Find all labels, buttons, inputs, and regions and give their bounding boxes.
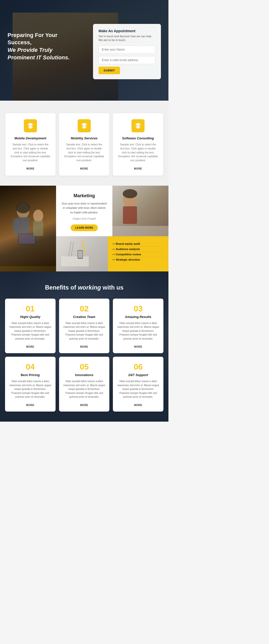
people-svg bbox=[6, 191, 51, 261]
hero-text-block: Preparing For Your Success, We Provide T… bbox=[8, 24, 70, 62]
benefit-number-02: 02 bbox=[63, 304, 106, 313]
layers-svg-icon3 bbox=[134, 122, 142, 129]
desk-svg bbox=[56, 236, 94, 271]
benefit-more-06[interactable]: MORE bbox=[134, 404, 142, 407]
benefit-number-06: 06 bbox=[117, 362, 159, 372]
layers-svg-icon2 bbox=[81, 122, 88, 129]
benefit-number-04: 04 bbox=[9, 362, 52, 372]
benefit-card-02: 02 Creative Team Vitae suscipit tellus m… bbox=[59, 299, 110, 353]
appointment-description: Get in touch and discover how we can hel… bbox=[99, 34, 155, 42]
marketing-center-content: Marketing Duis aute irure dolor in repre… bbox=[56, 186, 112, 236]
benefit-desc-06: Vitae suscipit tellus mauris a diam maec… bbox=[117, 379, 159, 399]
svg-rect-7 bbox=[33, 221, 43, 236]
benefits-bottom-row: 04 Best Pricing Vitae suscipit tellus ma… bbox=[5, 357, 163, 412]
appointment-card: Make An Appointment Get in touch and dis… bbox=[93, 24, 161, 79]
benefit-desc-02: Vitae suscipit tellus mauris a diam maec… bbox=[63, 321, 106, 341]
service-desc-mobility: Sample text. Click to select the text bo… bbox=[64, 143, 104, 163]
hero-heading: Preparing For Your Success, We Provide T… bbox=[8, 31, 70, 61]
mobility-services-icon bbox=[78, 119, 91, 132]
benefit-card-04: 04 Best Pricing Vitae suscipit tellus ma… bbox=[5, 357, 56, 412]
benefit-more-05[interactable]: MORE bbox=[80, 404, 88, 407]
svg-rect-11 bbox=[61, 256, 89, 266]
hero-heading-line1: Preparing For Your bbox=[8, 32, 57, 38]
list-item-2: Audience analysis bbox=[112, 247, 164, 252]
svg-point-3 bbox=[16, 202, 30, 213]
benefit-more-02[interactable]: MORE bbox=[80, 345, 88, 348]
benefit-more-03[interactable]: MORE bbox=[134, 345, 142, 348]
email-input[interactable] bbox=[99, 56, 155, 64]
freepik-attribution: Images from Freepik bbox=[61, 217, 107, 221]
benefit-more-01[interactable]: MORE bbox=[26, 345, 34, 348]
benefit-number-01: 01 bbox=[9, 304, 52, 313]
learn-more-button[interactable]: LEARN MORE bbox=[71, 224, 98, 231]
marketing-bottom-image bbox=[56, 236, 108, 271]
marketing-title: Marketing bbox=[61, 193, 107, 198]
benefit-number-05: 05 bbox=[63, 362, 106, 372]
benefit-title-06: 24/7 Support bbox=[117, 373, 159, 377]
layers-svg-icon bbox=[27, 122, 34, 129]
benefit-title-03: Amazing Results bbox=[117, 315, 159, 319]
marketing-bottom-row: Brand equity audit Audience analysis Com… bbox=[56, 236, 168, 271]
hero-heading-line2: Success, bbox=[8, 39, 31, 46]
service-title-mobile: Mobile Development bbox=[10, 136, 51, 140]
benefit-card-01: 01 Hight Quality Vitae suscipit tellus m… bbox=[5, 299, 56, 353]
services-grid: Mobile Development Sample text. Click to… bbox=[5, 113, 163, 176]
svg-line-12 bbox=[69, 241, 71, 256]
mobile-dev-icon bbox=[24, 119, 37, 132]
service-card-mobility: Mobility Services Sample text. Click to … bbox=[59, 113, 109, 176]
man-image bbox=[112, 186, 168, 226]
benefits-top-row: 01 Hight Quality Vitae suscipit tellus m… bbox=[5, 299, 163, 353]
marketing-grid: Marketing Duis aute irure dolor in repre… bbox=[0, 186, 168, 271]
service-more-mobile[interactable]: MORE bbox=[26, 167, 34, 170]
marketing-description: Duis aute irure dolor in reprehenderit i… bbox=[61, 202, 107, 215]
marketing-image-left bbox=[0, 186, 56, 271]
benefit-desc-03: Vitae suscipit tellus mauris a diam maec… bbox=[117, 321, 159, 341]
hero-content: Preparing For Your Success, We Provide T… bbox=[0, 16, 168, 85]
benefits-heading: Benefits of working with us bbox=[5, 284, 163, 291]
benefits-heading-normal: Benefits of bbox=[45, 284, 78, 291]
benefit-desc-05: Vitae suscipit tellus mauris a diam maec… bbox=[63, 379, 106, 399]
hero-section: Preparing For Your Success, We Provide T… bbox=[0, 0, 168, 101]
benefit-more-04[interactable]: MORE bbox=[26, 404, 34, 407]
benefit-title-05: Innovations bbox=[63, 373, 106, 377]
hero-heading-italic2: Prominent IT Solutions. bbox=[8, 54, 70, 61]
desk-items-image bbox=[56, 236, 108, 271]
benefit-title-01: Hight Quality bbox=[9, 315, 52, 319]
svg-rect-2 bbox=[13, 218, 18, 233]
submit-button[interactable]: SUBMIT bbox=[99, 67, 120, 74]
svg-point-6 bbox=[33, 210, 43, 222]
service-card-mobile: Mobile Development Sample text. Click to… bbox=[5, 113, 56, 176]
software-consulting-icon bbox=[131, 119, 145, 132]
svg-rect-5 bbox=[19, 234, 35, 244]
svg-line-13 bbox=[71, 241, 74, 256]
svg-point-10 bbox=[123, 189, 137, 198]
service-title-mobility: Mobility Services bbox=[64, 136, 104, 140]
marketing-image-right bbox=[112, 186, 168, 236]
benefit-desc-04: Vitae suscipit tellus mauris a diam maec… bbox=[9, 379, 52, 399]
service-title-software: Software Consulting bbox=[118, 136, 158, 140]
marketing-yellow-list-box: Brand equity audit Audience analysis Com… bbox=[108, 236, 168, 271]
service-desc-mobile: Sample text. Click to select the text bo… bbox=[10, 143, 51, 163]
service-more-mobility[interactable]: MORE bbox=[80, 167, 88, 170]
list-item-4: Strategic direction bbox=[112, 257, 164, 262]
marketing-list-items: Brand equity audit Audience analysis Com… bbox=[112, 241, 164, 262]
service-card-software: Software Consulting Sample text. Click t… bbox=[113, 113, 163, 176]
services-section: Mobile Development Sample text. Click to… bbox=[0, 101, 168, 186]
benefit-title-04: Best Pricing bbox=[9, 373, 52, 377]
benefit-card-03: 03 Amazing Results Vitae suscipit tellus… bbox=[113, 299, 163, 353]
benefits-heading-end: with us bbox=[101, 284, 123, 291]
service-more-software[interactable]: MORE bbox=[134, 167, 142, 170]
benefit-title-02: Creative Team bbox=[63, 315, 106, 319]
appointment-title: Make An Appointment bbox=[99, 29, 155, 33]
name-input[interactable] bbox=[99, 46, 155, 54]
list-item-3: Competitive review bbox=[112, 252, 164, 257]
marketing-section: Marketing Duis aute irure dolor in repre… bbox=[0, 186, 168, 271]
benefits-heading-italic: working bbox=[78, 284, 101, 291]
svg-rect-15 bbox=[78, 251, 82, 258]
man-svg bbox=[112, 186, 148, 226]
people-working-image bbox=[0, 186, 56, 266]
benefit-card-05: 05 Innovations Vitae suscipit tellus mau… bbox=[59, 357, 110, 412]
benefits-section: Benefits of working with us 01 Hight Qua… bbox=[0, 271, 168, 422]
benefit-desc-01: Vitae suscipit tellus mauris a diam maec… bbox=[9, 321, 52, 341]
benefit-card-06: 06 24/7 Support Vitae suscipit tellus ma… bbox=[113, 357, 163, 412]
